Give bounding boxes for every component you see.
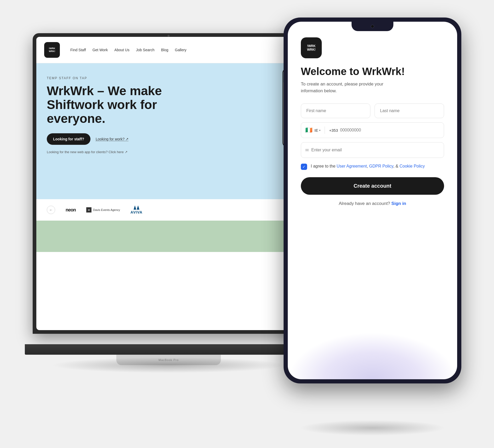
- phone-bottom-decoration: [288, 332, 457, 379]
- phone-number-input[interactable]: [340, 128, 440, 133]
- user-agreement-link[interactable]: User Agreement: [337, 164, 367, 168]
- phone-notch: [352, 22, 393, 31]
- country-code-text: IE: [314, 128, 318, 133]
- chevron-down-icon: ▾: [319, 129, 320, 132]
- calling-code: +353: [329, 128, 338, 133]
- nav-link-find-staff[interactable]: Find Staff: [70, 48, 86, 52]
- email-field-wrapper: ✉: [301, 142, 444, 158]
- nav-link-gallery[interactable]: Gallery: [175, 48, 186, 52]
- checkmark-icon: ✓: [302, 165, 306, 169]
- app-subtitle: To create an account, please provide you…: [301, 81, 400, 94]
- create-account-button[interactable]: Create account: [301, 177, 444, 195]
- phone-content: !WRK WRK! Welcome to WrkWrk! To create a…: [288, 22, 457, 379]
- country-code-selector[interactable]: IE ▾: [314, 128, 320, 133]
- cookie-policy-link[interactable]: Cookie Policy: [399, 164, 425, 168]
- phone-field-wrapper: 🇮🇪 IE ▾ +353: [301, 122, 444, 138]
- agreement-text: I agree to the User Agreement, GDPR Poli…: [311, 163, 425, 169]
- nav-link-about-us[interactable]: About Us: [114, 48, 130, 52]
- nav-link-get-work[interactable]: Get Work: [93, 48, 108, 52]
- agreement-row: ✓ I agree to the User Agreement, GDPR Po…: [301, 163, 444, 170]
- agreement-checkbox[interactable]: ✓: [301, 164, 307, 170]
- laptop-mockup: !WRK WRK! Find Staff Get Work About Us J…: [25, 33, 312, 373]
- website-nav: !WRK WRK! Find Staff Get Work About Us J…: [36, 37, 301, 63]
- brand-davis: M Davis Events Agency: [86, 207, 120, 212]
- app-logo: !WRK WRK!: [301, 37, 322, 58]
- logos-bar: ← neon M Davis Events Agency: [36, 199, 301, 221]
- name-fields-row: [301, 104, 444, 118]
- email-icon: ✉: [305, 148, 309, 153]
- nav-link-blog[interactable]: Blog: [161, 48, 168, 52]
- sign-in-row: Already have an account? Sign in: [301, 201, 444, 206]
- looking-for-work-link[interactable]: Looking for work? ↗: [96, 137, 129, 141]
- website-hero: TEMP STAFF ON TAP WrkWrk – We make Shift…: [36, 63, 301, 199]
- gdpr-policy-link[interactable]: GDPR Policy: [369, 164, 393, 168]
- laptop-camera: [168, 35, 170, 37]
- brand-neon: neon: [66, 207, 76, 213]
- phone-shadow: [299, 420, 446, 436]
- logos-prev-arrow[interactable]: ←: [47, 206, 55, 214]
- website-nav-logo: !WRK WRK!: [44, 42, 60, 58]
- hero-eyebrow: TEMP STAFF ON TAP: [47, 76, 290, 80]
- phone-device: !WRK WRK! Welcome to WrkWrk! To create a…: [284, 18, 461, 383]
- laptop-shadow: [51, 357, 286, 373]
- scene: !WRK WRK! Find Staff Get Work About Us J…: [25, 18, 469, 430]
- phone-screen: !WRK WRK! Welcome to WrkWrk! To create a…: [288, 22, 457, 379]
- country-flag: 🇮🇪: [305, 127, 312, 134]
- phone-mockup: !WRK WRK! Welcome to WrkWrk! To create a…: [276, 18, 469, 430]
- email-input[interactable]: [311, 148, 440, 152]
- website-nav-links: Find Staff Get Work About Us Job Search …: [70, 48, 186, 52]
- field-divider: [325, 127, 325, 134]
- phone-camera: [371, 25, 374, 28]
- hero-cta: Looking for staff? Looking for work? ↗: [47, 133, 290, 145]
- laptop-screen: !WRK WRK! Find Staff Get Work About Us J…: [36, 37, 301, 330]
- app-title: Welcome to WrkWrk!: [301, 66, 444, 77]
- last-name-input[interactable]: [375, 104, 444, 118]
- laptop-base: [25, 344, 312, 355]
- hero-title: WrkWrk – We make Shiftwork work for ever…: [47, 84, 164, 125]
- laptop-body: !WRK WRK! Find Staff Get Work About Us J…: [33, 33, 305, 334]
- first-name-input[interactable]: [301, 104, 370, 118]
- already-have-account-text: Already have an account?: [339, 201, 390, 206]
- web-app-link[interactable]: Looking for the new web app for clients?…: [47, 150, 290, 154]
- nav-link-job-search[interactable]: Job Search: [136, 48, 154, 52]
- sign-in-link[interactable]: Sign in: [391, 201, 406, 206]
- brand-aviva: AVIVA: [130, 205, 142, 214]
- green-section: [36, 221, 301, 252]
- looking-for-staff-button[interactable]: Looking for staff?: [47, 133, 90, 145]
